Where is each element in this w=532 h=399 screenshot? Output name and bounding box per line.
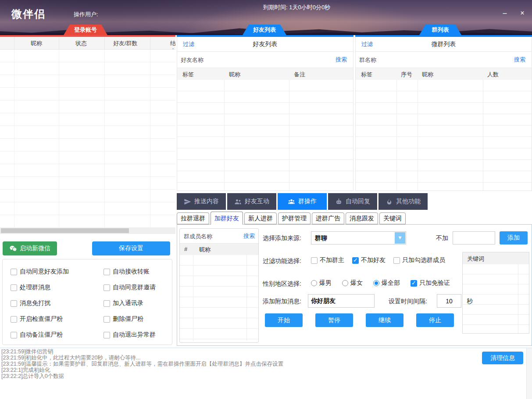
tab-login-account[interactable]: 登录账号 (64, 25, 107, 35)
checkbox-icon (393, 257, 400, 264)
keywords-header: 关键词 (467, 255, 484, 263)
scrollbar-thumb[interactable] (1, 228, 129, 233)
log-scrollbar[interactable] (526, 348, 532, 399)
groups-panel-title: 微群列表 (356, 40, 532, 48)
checkbox-icon (11, 316, 17, 323)
checkbox-remark-zombie-fans[interactable]: 自动备注僵尸粉 (11, 327, 104, 343)
minimize-button[interactable]: – (499, 8, 511, 18)
subtab-keywords[interactable]: 关键词 (379, 212, 406, 224)
start-new-wechat-label: 启动新微信 (20, 244, 50, 252)
tab-push-content[interactable]: 推送内容 (177, 193, 226, 210)
member-search-button[interactable]: 搜索 (243, 232, 255, 240)
checkbox-icon (11, 284, 17, 291)
tab-friends-list[interactable]: 好友列表 (243, 25, 286, 35)
checkbox-auto-receive-transfer[interactable]: 自动接收转账 (104, 264, 172, 280)
subtab-message-follow[interactable]: 消息跟发 (346, 212, 378, 224)
source-dropdown[interactable]: 群聊 ▼ (311, 231, 406, 244)
checkbox-auto-accept-group-invite[interactable]: 自动同意群邀请 (104, 280, 172, 295)
gender-region-label: 性别地区选择: (263, 280, 301, 288)
checkbox-icon (11, 332, 17, 338)
attach-message-label: 添加附加消息: (263, 298, 301, 306)
close-button[interactable]: × (517, 8, 528, 18)
pause-button[interactable]: 暂停 (315, 313, 353, 327)
attach-message-input[interactable] (308, 294, 375, 308)
radio-burst-all[interactable]: 爆全部 (373, 279, 400, 287)
friends-search-input[interactable] (180, 54, 313, 65)
option-skip-friends[interactable]: 不加好友 (352, 256, 386, 264)
radio-icon (311, 280, 317, 286)
groups-panel: 过滤 微群列表 搜索 标签 序号 昵称 人数 (355, 37, 532, 191)
column-nickname: 昵称 (422, 71, 433, 79)
interval-input[interactable] (437, 294, 461, 308)
tab-friend-interaction[interactable]: 好友互动 (227, 193, 276, 210)
checkbox-mute-messages[interactable]: 消息免打扰 (11, 295, 104, 311)
groups-table-header: 标签 序号 昵称 人数 (356, 68, 532, 81)
clear-log-button[interactable]: 清理信息 (482, 352, 523, 364)
subtab-group-ads[interactable]: 进群广告 (312, 212, 344, 224)
stop-button[interactable]: 停止 (416, 313, 454, 327)
log-line: [23:21:59]初始化中，此过程大约需要20秒，请耐心等待... (1, 355, 283, 361)
log-line: [23:21:59]微伴侣营销 (1, 349, 283, 355)
start-new-wechat-button[interactable]: 启动新微信 (3, 241, 57, 255)
member-search-input[interactable] (183, 231, 231, 241)
column-tag: 标签 (361, 71, 372, 79)
subtab-pull-quit-group[interactable]: 拉群退群 (177, 212, 209, 224)
group-form-panel: 搜索 # 昵称 选择添加来源: 群聊 ▼ 不加 添加 过滤功能选择: 不加群主 … (177, 224, 532, 346)
checkbox-icon (104, 284, 110, 291)
friends-table-body (177, 80, 353, 191)
friends-table-header: 标签 昵称 备注 (177, 68, 353, 81)
exclude-label: 不加 (436, 234, 448, 242)
radio-burst-male[interactable]: 爆男 (311, 279, 332, 287)
operator-label: 操作用户: (74, 11, 98, 18)
expiry-label: 到期时间: 1天0小时0分0秒 (263, 4, 330, 11)
add-keyword-button[interactable]: 添加 (500, 231, 528, 244)
friends-panel-title: 好友列表 (177, 40, 353, 48)
log-panel: [23:21:59]微伴侣营销 [23:21:59]初始化中，此过程大约需要20… (0, 348, 532, 399)
subtab-newcomer[interactable]: 新人进群 (244, 212, 277, 224)
checkbox-join-contacts[interactable]: 加入通讯录 (104, 295, 172, 311)
checkbox-icon (104, 269, 110, 275)
radio-icon (342, 280, 348, 286)
tab-other-functions[interactable]: 其他功能 (378, 193, 428, 210)
resume-button[interactable]: 继续 (366, 313, 403, 327)
login-table-body (0, 50, 175, 227)
chevron-down-icon[interactable]: ▼ (395, 232, 405, 244)
keywords-panel: 关键词 (462, 252, 529, 334)
checkbox-auto-quit-abnormal-group[interactable]: 自动退出异常群 (104, 327, 172, 343)
save-settings-button[interactable]: 保存设置 (92, 241, 170, 255)
checkbox-icon (11, 269, 17, 275)
column-friend-group-count: 好友/群数 (113, 40, 138, 47)
column-nickname: 昵称 (31, 40, 42, 47)
checkbox-handle-group-msg[interactable]: 处理群消息 (11, 280, 104, 295)
horizontal-scrollbar[interactable] (0, 227, 175, 234)
member-table-body (180, 255, 258, 341)
groups-search-button[interactable]: 搜索 (514, 56, 525, 64)
tab-group-list[interactable]: 群列表 (419, 25, 461, 35)
friends-search-button[interactable]: 搜索 (336, 56, 347, 64)
subtab-group-guard[interactable]: 护群管理 (278, 212, 311, 224)
radio-burst-female[interactable]: 爆女 (342, 279, 363, 287)
checkbox-auto-accept-friend[interactable]: 自动同意好友添加 (11, 264, 104, 280)
checkbox-icon (311, 257, 318, 264)
column-end-time: 结束时间 (170, 40, 175, 50)
checkbox-check-zombie-fans[interactable]: 开启检查僵尸粉 (11, 311, 104, 327)
option-only-verify-free[interactable]: 只加免验证 (411, 279, 450, 287)
robot-icon (335, 198, 343, 205)
exclude-input[interactable] (453, 231, 495, 244)
member-table-header: # 昵称 (180, 244, 258, 255)
login-table-header: 昵称 状态 好友/群数 结束时间 (0, 37, 175, 50)
tab-group-operation[interactable]: 群操作 (278, 193, 327, 210)
subtab-add-group-friends[interactable]: 加群好友 (211, 212, 243, 225)
option-skip-group-owner[interactable]: 不加群主 (311, 256, 344, 264)
start-button[interactable]: 开始 (265, 313, 303, 327)
checkbox-delete-zombie-fans[interactable]: 删除僵尸粉 (104, 311, 172, 327)
radio-icon (373, 280, 379, 286)
groups-search-input[interactable] (358, 54, 492, 65)
interval-unit: 秒 (467, 298, 473, 306)
log-line: [23:22:2]总计导入0个数据 (1, 373, 283, 379)
column-nickname: 昵称 (229, 71, 240, 79)
tab-auto-reply[interactable]: 自动回复 (328, 193, 377, 210)
flame-icon (386, 198, 393, 205)
column-tag: 标签 (182, 71, 194, 79)
option-only-selected-members[interactable]: 只加勾选群成员 (393, 256, 445, 264)
